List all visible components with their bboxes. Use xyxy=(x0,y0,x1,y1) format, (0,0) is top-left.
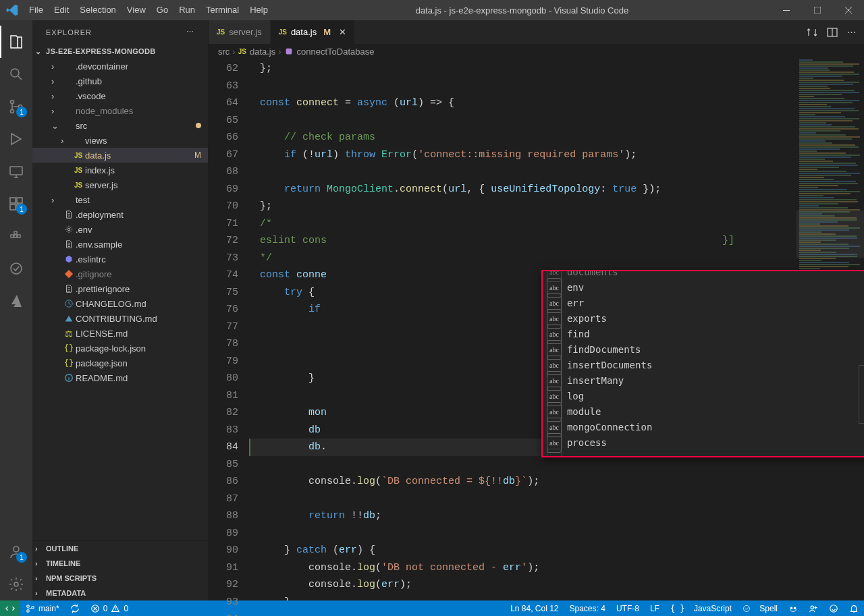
more-actions-icon[interactable]: ⋯ xyxy=(847,27,856,37)
run-debug-activity[interactable] xyxy=(0,123,32,155)
language-mode-status[interactable]: { } JavaScript xyxy=(665,604,737,613)
svg-rect-7 xyxy=(10,198,16,203)
intellisense-popup[interactable]: abcdocumentsabcenvabcerrabcexportsabcfin… xyxy=(541,270,864,457)
suggest-item-process[interactable]: abcprocess xyxy=(543,435,864,451)
title-bar: FileEditSelectionViewGoRunTerminalHelp d… xyxy=(0,0,864,20)
source-control-activity[interactable]: 1 xyxy=(0,90,32,123)
indentation-status[interactable]: Spaces: 4 xyxy=(564,604,611,613)
window-title: data.js - js-e2e-express-mongodb - Visua… xyxy=(273,5,771,16)
section-outline[interactable]: ›OUTLINE xyxy=(32,541,208,556)
maximize-button[interactable] xyxy=(802,0,833,20)
split-editor-icon[interactable] xyxy=(827,27,838,38)
folder-node_modules[interactable]: ›node_modules xyxy=(32,103,208,118)
folder-views[interactable]: ›views xyxy=(32,133,208,148)
file-CONTRIBUTING-md[interactable]: CONTRIBUTING.md xyxy=(32,311,208,326)
testing-activity[interactable] xyxy=(0,252,32,285)
suggest-item-module[interactable]: abcmodule xyxy=(543,404,864,420)
file--env[interactable]: .env xyxy=(32,222,208,237)
spell-status[interactable]: Spell xyxy=(737,604,783,613)
section-timeline[interactable]: ›TIMELINE xyxy=(32,556,208,571)
file--prettierignore[interactable]: .prettierignore xyxy=(32,281,208,296)
azure-activity[interactable] xyxy=(0,285,32,317)
menu-run[interactable]: Run xyxy=(173,0,200,20)
suggest-item-insertMany[interactable]: abcinsertMany xyxy=(543,373,864,389)
section-metadata[interactable]: ›METADATA xyxy=(32,586,208,600)
minimap-viewport[interactable] xyxy=(796,211,864,258)
svg-rect-13 xyxy=(18,235,20,237)
suggest-item-exports[interactable]: abcexports xyxy=(543,311,864,327)
file--deployment[interactable]: .deployment xyxy=(32,207,208,222)
file-package-lock-json[interactable]: {}package-lock.json xyxy=(32,341,208,356)
breadcrumbs[interactable]: src›JSdata.js›connectToDatabase xyxy=(209,44,864,59)
breadcrumb-connectToDatabase[interactable]: connectToDatabase xyxy=(284,47,375,57)
encoding-status[interactable]: UTF-8 xyxy=(611,604,645,613)
suggest-item-query[interactable]: abcquery xyxy=(543,451,864,457)
close-tab-icon[interactable]: ✕ xyxy=(339,27,346,37)
docker-activity[interactable] xyxy=(0,220,32,252)
status-bar: main* 0 0 Ln 84, Col 12 Spaces: 4 UTF-8 … xyxy=(0,600,864,616)
file-index-js[interactable]: JSindex.js xyxy=(32,163,208,177)
copilot-status[interactable] xyxy=(783,604,803,613)
minimize-button[interactable] xyxy=(771,0,802,20)
sidebar-more-icon[interactable]: ⋯ xyxy=(186,28,194,36)
compare-changes-icon[interactable] xyxy=(807,27,817,38)
menu-terminal[interactable]: Terminal xyxy=(200,0,244,20)
suggest-item-env[interactable]: abcenv xyxy=(543,280,864,296)
file-tree: ›.devcontainer›.github›.vscode›node_modu… xyxy=(32,59,208,540)
suggest-item-log[interactable]: abclog xyxy=(543,389,864,404)
live-share-status[interactable] xyxy=(803,604,824,613)
svg-rect-12 xyxy=(14,235,17,237)
tab-server-js[interactable]: JSserver.js xyxy=(209,20,271,44)
feedback-status[interactable] xyxy=(824,604,844,613)
folder--vscode[interactable]: ›.vscode xyxy=(32,88,208,103)
suggest-item-mongoConnection[interactable]: abcmongoConnection xyxy=(543,420,864,435)
suggest-item-insertDocuments[interactable]: abcinsertDocuments xyxy=(543,358,864,373)
cursor-position-status[interactable]: Ln 84, Col 12 xyxy=(505,604,564,613)
menu-selection[interactable]: Selection xyxy=(74,0,121,20)
code-editor[interactable]: 6263646566676869707172737475767778798081… xyxy=(209,59,864,600)
svg-rect-14 xyxy=(14,231,17,234)
file-data-js[interactable]: JSdata.jsM xyxy=(32,148,208,163)
suggest-item-find[interactable]: abcfind xyxy=(543,327,864,342)
folder-test[interactable]: ›test xyxy=(32,192,208,207)
svg-rect-6 xyxy=(10,167,22,175)
file-package-json[interactable]: {}package.json xyxy=(32,356,208,370)
search-activity[interactable] xyxy=(0,58,32,90)
menu-view[interactable]: View xyxy=(122,0,151,20)
section-npm-scripts[interactable]: ›NPM SCRIPTS xyxy=(32,571,208,586)
extensions-activity[interactable]: 1 xyxy=(0,188,32,220)
suggest-item-findDocuments[interactable]: abcfindDocuments xyxy=(543,342,864,358)
file--env-sample[interactable]: .env.sample xyxy=(32,237,208,252)
suggest-item-documents[interactable]: abcdocuments xyxy=(543,270,864,280)
folder--github[interactable]: ›.github xyxy=(32,74,208,88)
folder-src[interactable]: ⌄src xyxy=(32,118,208,133)
remote-explorer-activity[interactable] xyxy=(0,155,32,188)
remote-indicator[interactable] xyxy=(0,600,20,616)
notifications-status[interactable] xyxy=(844,604,864,613)
file-CHANGELOG-md[interactable]: CHANGELOG.md xyxy=(32,296,208,311)
suggest-item-err[interactable]: abcerr xyxy=(543,296,864,311)
file-README-md[interactable]: README.md xyxy=(32,370,208,385)
tab-data-js[interactable]: JSdata.jsM✕ xyxy=(271,20,355,44)
breadcrumb-src[interactable]: src xyxy=(218,47,230,57)
breadcrumb-data.js[interactable]: JSdata.js xyxy=(238,47,276,57)
file--gitignore[interactable]: .gitignore xyxy=(32,267,208,281)
menu-go[interactable]: Go xyxy=(151,0,173,20)
git-branch-status[interactable]: main* xyxy=(20,600,65,616)
folder-header[interactable]: ⌄ JS-E2E-EXPRESS-MONGODB xyxy=(32,44,208,59)
file-server-js[interactable]: JSserver.js xyxy=(32,177,208,192)
file-LICENSE-md[interactable]: ⚖LICENSE.md xyxy=(32,326,208,341)
menu-edit[interactable]: Edit xyxy=(49,0,74,20)
problems-status[interactable]: 0 0 xyxy=(85,600,134,616)
eol-status[interactable]: LF xyxy=(645,604,665,613)
branch-name: main* xyxy=(38,604,59,613)
sync-status[interactable] xyxy=(65,600,85,616)
explorer-activity[interactable] xyxy=(0,26,32,58)
menu-file[interactable]: File xyxy=(24,0,49,20)
close-button[interactable] xyxy=(833,0,864,20)
accounts-activity[interactable]: 1 xyxy=(0,536,32,568)
settings-activity[interactable] xyxy=(0,568,32,600)
file--eslintrc[interactable]: .eslintrc xyxy=(32,252,208,267)
menu-help[interactable]: Help xyxy=(244,0,273,20)
folder--devcontainer[interactable]: ›.devcontainer xyxy=(32,59,208,74)
